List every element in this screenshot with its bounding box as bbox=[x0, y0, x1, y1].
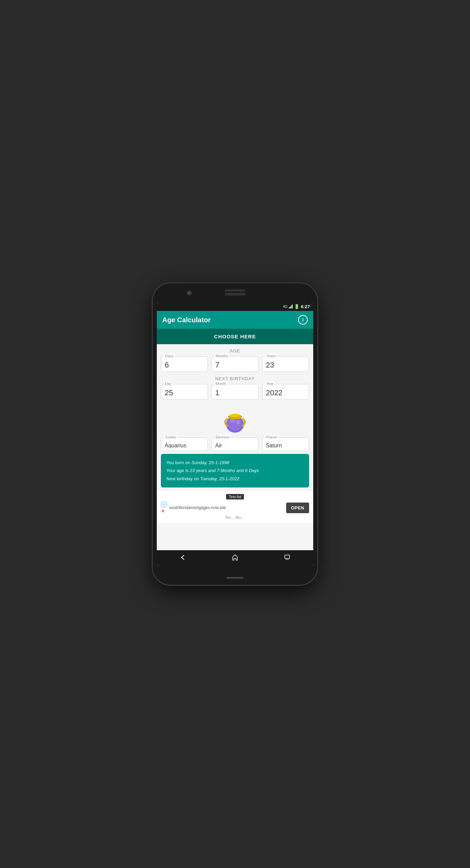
speaker bbox=[225, 293, 245, 296]
back-icon bbox=[179, 554, 187, 561]
age-detail: 23 years and 7 Months and 6 Days bbox=[190, 468, 259, 473]
info-button[interactable]: i bbox=[298, 315, 308, 325]
planet-value: Saturn bbox=[266, 443, 305, 449]
ad-close-icon[interactable]: ✕ bbox=[161, 508, 167, 514]
zodiac-illustration bbox=[157, 401, 313, 437]
phone-shell: 4G 🔋 6:27 Age Calculator i CHOOSE HERE A… bbox=[153, 283, 317, 585]
recents-icon bbox=[283, 554, 291, 561]
choose-here-button[interactable]: CHOOSE HERE bbox=[157, 329, 313, 344]
next-birthday-section-title: NEXT BIRTHDAY bbox=[157, 376, 313, 381]
birthday-year-value: 2022 bbox=[266, 388, 305, 397]
battery-icon: 🔋 bbox=[294, 304, 299, 309]
birthday-day-field: Day 25 bbox=[161, 384, 208, 400]
recents-button[interactable] bbox=[277, 551, 298, 566]
status-icons: 4G 🔋 6:27 bbox=[283, 304, 310, 309]
info-text-line3: Next birthday on Tuesday, 25-1-2022 bbox=[166, 475, 304, 483]
zodiac-field: Zodiac Aquarius bbox=[161, 437, 208, 451]
signal-icon bbox=[289, 304, 293, 309]
born-date: Sunday, 25-1-1998 bbox=[191, 460, 229, 465]
home-icon bbox=[231, 554, 239, 561]
app-header: Age Calculator i bbox=[157, 311, 313, 329]
zodiac-fields-row: Zodiac Aquarius Element Air Planet Satur… bbox=[157, 437, 313, 451]
age-section-title: AGE bbox=[157, 348, 313, 353]
birthday-day-label: Day bbox=[164, 382, 173, 386]
days-field: Days 6 bbox=[161, 356, 208, 372]
app-title: Age Calculator bbox=[162, 316, 211, 324]
planet-label: Planet bbox=[265, 435, 278, 439]
svg-point-5 bbox=[230, 414, 240, 417]
time-display: 6:27 bbox=[301, 304, 310, 309]
age-fields-row: Days 6 Months 7 Years 23 bbox=[157, 356, 313, 372]
nav-bar bbox=[157, 550, 313, 566]
ad-container: Test Ad i ✕ southfloridamortgages.now.si… bbox=[157, 490, 313, 523]
years-label: Years bbox=[265, 354, 277, 358]
next-birthday-date: Tuesday, 25-1-2022 bbox=[200, 476, 239, 481]
svg-point-2 bbox=[230, 419, 235, 423]
element-value: Air bbox=[215, 443, 255, 449]
days-label: Days bbox=[164, 354, 175, 358]
info-box: You born on Sunday, 25-1-1998 Your age i… bbox=[161, 454, 309, 487]
birthday-fields-row: Day 25 Month 1 Year 2022 bbox=[157, 384, 313, 400]
info-text-line2: Your age is 23 years and 7 Months and 6 … bbox=[166, 467, 304, 474]
zodiac-label: Zodiac bbox=[164, 435, 177, 439]
planet-field: Planet Saturn bbox=[262, 437, 309, 451]
camera bbox=[187, 291, 192, 296]
years-field: Years 23 bbox=[262, 356, 309, 372]
ad-content: i ✕ southfloridamortgages.now.site OPEN bbox=[161, 502, 309, 514]
svg-rect-7 bbox=[285, 555, 290, 558]
birthday-year-field: Year 2022 bbox=[262, 384, 309, 400]
years-value: 23 bbox=[266, 361, 305, 370]
months-label: Months bbox=[214, 354, 229, 358]
born-prefix: You born on bbox=[166, 460, 191, 465]
months-field: Months 7 bbox=[211, 356, 258, 372]
birthday-month-label: Month bbox=[214, 382, 227, 386]
days-value: 6 bbox=[165, 361, 204, 370]
phone-screen: 4G 🔋 6:27 Age Calculator i CHOOSE HERE A… bbox=[157, 302, 313, 566]
aquarius-svg-icon bbox=[220, 405, 250, 435]
months-value: 7 bbox=[215, 361, 255, 370]
birthday-day-value: 25 bbox=[165, 388, 204, 397]
main-content: CHOOSE HERE AGE Days 6 Months 7 Years 23… bbox=[157, 329, 313, 550]
ad-left: i ✕ southfloridamortgages.now.site bbox=[161, 502, 226, 514]
age-prefix: Your age is bbox=[166, 468, 190, 473]
element-label: Element bbox=[214, 435, 230, 439]
home-button[interactable] bbox=[224, 551, 246, 566]
element-field: Element Air bbox=[211, 437, 258, 451]
back-button[interactable] bbox=[172, 551, 193, 566]
next-birthday-prefix: Next birthday on bbox=[166, 476, 200, 481]
ad-divider-text: Re... Mo... bbox=[161, 515, 309, 520]
test-ad-badge: Test Ad bbox=[226, 494, 244, 499]
birthday-year-label: Year bbox=[265, 382, 275, 386]
signal-text: 4G bbox=[283, 305, 287, 309]
zodiac-value: Aquarius bbox=[165, 443, 204, 449]
status-bar: 4G 🔋 6:27 bbox=[157, 302, 313, 311]
ad-url: southfloridamortgages.now.site bbox=[169, 505, 226, 510]
ad-info-circle: i bbox=[161, 502, 167, 508]
birthday-month-field: Month 1 bbox=[211, 384, 258, 400]
phone-bottom-indicator bbox=[226, 577, 244, 579]
info-text-line1: You born on Sunday, 25-1-1998 bbox=[166, 459, 304, 467]
birthday-month-value: 1 bbox=[215, 388, 255, 397]
svg-rect-8 bbox=[285, 559, 289, 560]
open-ad-button[interactable]: OPEN bbox=[286, 503, 309, 513]
